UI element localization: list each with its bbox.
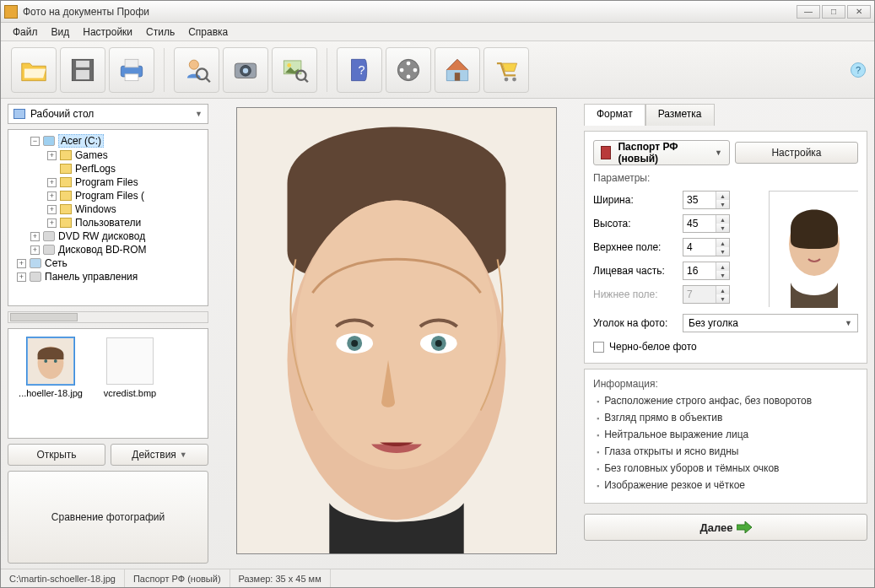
tab-layout[interactable]: Разметка (645, 104, 715, 126)
thumbnail-label: ...hoeller-18.jpg (17, 388, 84, 398)
chevron-down-icon: ▼ (845, 319, 852, 327)
face-label: Лицевая часть: (593, 265, 678, 277)
tab-format[interactable]: Формат (584, 104, 645, 126)
tree-pf[interactable]: Program Files (75, 176, 138, 188)
tree-windows[interactable]: Windows (75, 203, 116, 215)
height-input[interactable] (683, 215, 716, 232)
top-label: Верхнее поле: (593, 241, 678, 253)
status-path: C:\martin-schoeller-18.jpg (1, 569, 125, 587)
help-book-icon: ? (343, 54, 375, 86)
svg-point-13 (287, 63, 291, 67)
svg-line-15 (305, 78, 308, 82)
menu-settings[interactable]: Настройки (76, 24, 139, 40)
tabs: Формат Разметка (584, 104, 867, 126)
svg-rect-5 (125, 73, 138, 80)
status-size: Размер: 35 x 45 мм (230, 569, 331, 587)
picture-search-icon (278, 54, 311, 86)
home-button[interactable] (435, 47, 480, 93)
save-icon (67, 54, 99, 86)
svg-rect-2 (76, 70, 89, 79)
minimize-button[interactable]: — (797, 5, 820, 19)
titlebar: Фото на документы Профи — □ ✕ (1, 1, 874, 23)
statusbar: C:\martin-schoeller-18.jpg Паспорт РФ (н… (1, 569, 874, 587)
video-button[interactable] (386, 47, 431, 93)
help-book-button[interactable]: ? (337, 47, 382, 93)
cart-button[interactable] (483, 47, 529, 93)
tree-acer[interactable]: Acer (C:) (58, 134, 104, 148)
next-button[interactable]: Далее (584, 514, 867, 541)
folder-tree[interactable]: −Acer (C:) +Games PerfLogs +Program File… (8, 129, 208, 306)
app-icon (4, 5, 18, 19)
svg-text:?: ? (358, 62, 365, 76)
thumbnail-label: vcredist.bmp (96, 388, 164, 398)
compare-button[interactable]: Сравнение фотографий (8, 471, 208, 564)
search-user-button[interactable] (174, 47, 219, 93)
svg-point-21 (400, 67, 404, 72)
tree-pf2[interactable]: Program Files ( (75, 190, 144, 202)
thumbnail-item[interactable]: vcredist.bmp (96, 337, 164, 398)
width-stepper[interactable]: ▲▼ (683, 191, 730, 209)
tree-games[interactable]: Games (75, 149, 108, 161)
tree-net[interactable]: Сеть (45, 257, 68, 269)
help-bubble-button[interactable]: ? (851, 62, 866, 78)
svg-point-23 (505, 77, 509, 81)
menu-style[interactable]: Стиль (139, 24, 181, 40)
svg-rect-1 (76, 60, 89, 67)
open-folder-button[interactable] (11, 47, 57, 93)
svg-point-35 (351, 340, 358, 347)
cart-icon (490, 54, 522, 86)
save-button[interactable] (60, 47, 105, 93)
camera-button[interactable] (223, 47, 268, 93)
svg-point-20 (407, 74, 411, 78)
film-reel-icon (392, 54, 424, 86)
format-select[interactable]: Паспорт РФ (новый) ▼ (593, 140, 730, 165)
height-label: Высота: (593, 218, 678, 229)
face-stepper[interactable]: ▲▼ (683, 262, 730, 280)
tree-cp[interactable]: Панель управления (45, 271, 138, 283)
svg-point-28 (54, 359, 57, 363)
thumbnail-face-icon (28, 338, 73, 384)
format-selected-label: Паспорт РФ (новый) (618, 141, 708, 165)
tree-perflogs[interactable]: PerfLogs (75, 163, 116, 175)
picture-search-button[interactable] (272, 47, 317, 93)
bw-label: Черно-белое фото (609, 341, 697, 353)
home-icon (441, 54, 473, 86)
top-input[interactable] (683, 239, 716, 256)
close-button[interactable]: ✕ (847, 5, 871, 19)
tree-bd[interactable]: Дисковод BD-ROM (58, 244, 147, 256)
tree-dvd[interactable]: DVD RW дисковод (58, 230, 145, 242)
sample-photo (769, 191, 858, 307)
height-stepper[interactable]: ▲▼ (683, 214, 730, 233)
svg-rect-22 (455, 73, 460, 81)
svg-point-11 (243, 67, 248, 73)
svg-point-18 (407, 61, 411, 65)
tree-hscrollbar[interactable] (8, 311, 208, 323)
svg-point-41 (819, 240, 824, 245)
svg-point-27 (44, 359, 47, 363)
thumbnail-panel: ...hoeller-18.jpg vcredist.bmp (8, 328, 208, 439)
settings-button[interactable]: Настройка (735, 142, 858, 164)
camera-icon (230, 54, 262, 86)
svg-line-8 (206, 78, 210, 82)
thumbnail-item[interactable]: ...hoeller-18.jpg (17, 337, 84, 398)
status-format: Паспорт РФ (новый) (125, 569, 230, 587)
chevron-down-icon: ▼ (195, 110, 203, 118)
actions-button[interactable]: Действия▼ (111, 444, 208, 466)
params-label: Параметры: (593, 172, 858, 184)
face-input[interactable] (683, 262, 716, 279)
monitor-icon (14, 109, 25, 119)
maximize-button[interactable]: □ (822, 5, 845, 19)
corner-select[interactable]: Без уголка ▼ (683, 314, 858, 332)
top-stepper[interactable]: ▲▼ (683, 238, 730, 256)
menu-help[interactable]: Справка (181, 24, 235, 40)
location-combo[interactable]: Рабочий стол ▼ (8, 104, 208, 124)
menu-view[interactable]: Вид (45, 24, 77, 40)
bw-checkbox[interactable] (593, 342, 604, 353)
width-input[interactable] (683, 192, 716, 208)
print-button[interactable] (109, 47, 154, 93)
location-label: Рабочий стол (30, 108, 94, 120)
svg-point-19 (413, 67, 418, 72)
menu-file[interactable]: Файл (6, 24, 45, 40)
tree-users[interactable]: Пользователи (75, 217, 141, 229)
open-button[interactable]: Открыть (8, 444, 105, 466)
